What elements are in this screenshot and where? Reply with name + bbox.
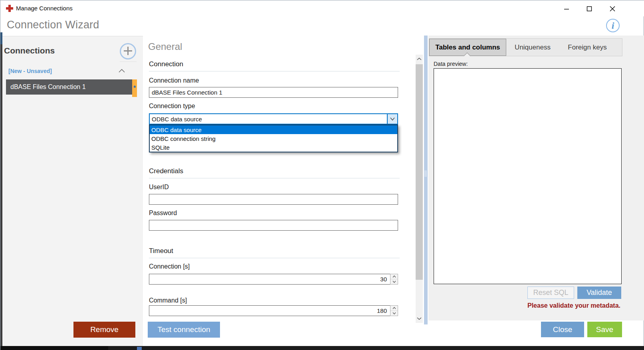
password-label: Password (149, 210, 177, 217)
connection-section-title: Connection (149, 60, 183, 68)
background-window-sliver (0, 32, 2, 346)
page-title: Connection Wizard (7, 19, 99, 31)
manage-connections-window: Manage Connections Connection Wizard i C… (0, 0, 644, 350)
validation-message: Please validate your metadata. (527, 302, 620, 309)
password-input[interactable] (149, 220, 398, 231)
combobox-value: ODBC data source (150, 116, 387, 123)
timeout-connection-spinner[interactable] (390, 274, 398, 285)
close-icon (610, 6, 615, 12)
data-preview-area (434, 68, 622, 284)
scrollbar-thumb[interactable] (416, 64, 423, 280)
spinner-up-icon (390, 306, 398, 311)
timeout-command-input[interactable] (149, 305, 398, 316)
chevron-down-icon (390, 117, 395, 121)
panel-splitter[interactable] (424, 36, 428, 324)
app-plus-icon (6, 5, 13, 12)
remove-button[interactable]: Remove (73, 322, 135, 338)
connections-heading: Connections (4, 46, 55, 55)
dropdown-option[interactable]: ODBC data source (150, 125, 397, 134)
test-connection-button[interactable]: Test connection (148, 322, 220, 338)
connection-type-dropdown-list: ODBC data source ODBC connection string … (149, 125, 398, 152)
dropdown-option[interactable]: ODBC connection string (150, 134, 397, 143)
close-window-button[interactable] (603, 4, 622, 14)
connection-name-label: Connection name (149, 77, 199, 84)
divider (149, 258, 400, 258)
timeout-section-title: Timeout (149, 247, 173, 255)
connection-list-item[interactable]: dBASE Files Connection 1 (6, 79, 132, 95)
connection-name-input[interactable] (149, 87, 398, 98)
maximize-button[interactable] (580, 4, 598, 14)
metadata-panel: Tables and columns Uniqueness Foreign ke… (428, 36, 644, 320)
chevron-up-icon (417, 57, 422, 61)
spinner-down-icon (390, 279, 398, 284)
general-form: General Connection Connection name Conne… (144, 36, 404, 320)
combobox-dropdown-button[interactable] (387, 114, 397, 124)
dropdown-option[interactable]: SQLite (150, 143, 397, 152)
credentials-section-title: Credentials (149, 167, 183, 175)
validate-button[interactable]: Validate (577, 287, 621, 299)
divider (149, 71, 400, 71)
group-label-new-unsaved[interactable]: [New - Unsaved] (8, 68, 52, 74)
connection-type-label: Connection type (149, 103, 195, 110)
modified-marker-badge: * (132, 79, 137, 97)
scrollbar-up-button[interactable] (416, 55, 423, 63)
scrollbar-down-button[interactable] (416, 314, 423, 323)
general-heading: General (148, 41, 182, 52)
window-title: Manage Connections (16, 5, 73, 12)
connection-type-combobox[interactable]: ODBC data source (149, 113, 398, 125)
maximize-icon (587, 6, 592, 12)
divider (120, 61, 137, 62)
info-icon[interactable]: i (606, 19, 620, 32)
save-button[interactable]: Save (587, 322, 622, 337)
connection-item-label: dBASE Files Connection 1 (10, 83, 86, 91)
minimize-icon (564, 6, 569, 12)
tab-foreign-keys[interactable]: Foreign keys (559, 39, 616, 56)
close-button[interactable]: Close (541, 322, 584, 337)
background-bottom-strip (0, 346, 644, 350)
data-preview-label: Data preview: (434, 61, 468, 67)
chevron-down-icon (417, 317, 422, 320)
reset-sql-button[interactable]: Reset SQL (527, 287, 574, 299)
timeout-connection-input[interactable] (149, 274, 398, 285)
minimize-button[interactable] (557, 4, 576, 14)
add-connection-button[interactable] (120, 43, 136, 59)
title-bar[interactable]: Manage Connections (0, 0, 644, 16)
connections-sidebar: Connections [New - Unsaved] dBASE Files … (2, 36, 143, 346)
divider (149, 178, 400, 178)
chevron-up-icon[interactable] (118, 68, 125, 74)
spinner-up-icon (390, 274, 398, 279)
form-scrollbar[interactable] (416, 55, 423, 323)
userid-label: UserID (149, 184, 169, 191)
tab-uniqueness[interactable]: Uniqueness (506, 39, 559, 56)
timeout-command-label: Command [s] (149, 297, 187, 304)
timeout-command-spinner[interactable] (390, 305, 398, 316)
metadata-tabstrip: Tables and columns Uniqueness Foreign ke… (429, 38, 622, 56)
splitter-grip (425, 170, 425, 177)
spinner-down-icon (390, 311, 398, 316)
timeout-connection-label: Connection [s] (149, 263, 190, 270)
userid-input[interactable] (149, 194, 398, 205)
